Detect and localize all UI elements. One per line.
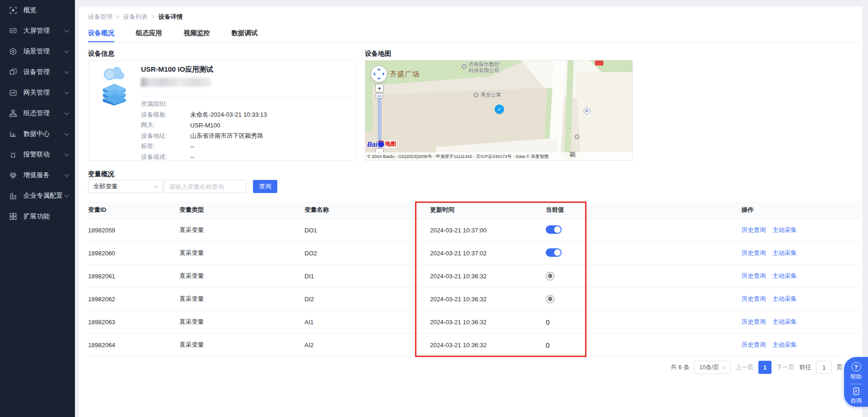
help-button[interactable]: 帮助 [851,373,862,381]
sidebar-item-screen[interactable]: 大屏管理 [0,21,75,41]
var-name: DI2 [304,296,430,303]
page-size-select[interactable]: 10条/页 [694,361,731,374]
tab-device-overview[interactable]: 设备概况 [88,28,114,42]
tab-data-debug[interactable]: 数据调试 [231,28,258,42]
active-collect-link[interactable]: 主动采集 [772,295,797,303]
table-row: 18982061 直采变量 DI1 2024-03-21 10:36:32 历史… [88,265,861,288]
sidebar-item-alarm[interactable]: 报警联动 [0,144,75,165]
variable-type-select[interactable]: 全部变量 [88,180,163,193]
history-query-link[interactable]: 历史查询 [742,341,766,349]
map-pan-control[interactable] [371,66,387,82]
var-id: 18982059 [88,227,179,234]
device-map[interactable]: 济南振华数控 科技有限公司 庆·齐盛广场 美安公寓 ✓ P ↓ 颖 + − Ba… [365,60,633,161]
current-page-button[interactable]: 1 [758,361,772,374]
chevron-down-icon [65,90,69,95]
map-zoom-in-button[interactable]: + [375,84,384,92]
tab-config-app[interactable]: 组态应用 [136,28,162,42]
sidebar-item-label: 设备管理 [23,68,50,76]
baidu-paw-icon [378,141,384,147]
sidebar-item-config[interactable]: 组态管理 [0,103,75,124]
map-poi-ring [575,134,579,139]
breadcrumb: 设备管理 > 设备列表 > 设备详情 [88,13,183,21]
sidebar-item-device[interactable]: 设备管理 [0,62,75,82]
map-label-company: 济南振华数控 科技有限公司 [468,61,499,74]
prev-page-button[interactable]: 上一页 [735,363,754,372]
map-label-street: 颖 [570,150,576,159]
page-jump-input[interactable] [816,361,832,374]
sidebar-item-label: 大屏管理 [23,27,50,35]
breadcrumb-device-management[interactable]: 设备管理 [88,13,112,21]
sidebar-item-scene[interactable]: 场景管理 [0,41,75,62]
map-label-apartment: 美安公寓 [481,92,501,98]
sidebar-item-vas[interactable]: 增值服务 [0,165,75,186]
var-id: 18982064 [88,342,179,349]
sidebar-item-extend[interactable]: 扩展功能 [0,206,75,227]
breadcrumb-device-list[interactable]: 设备列表 [123,13,148,21]
sidebar-item-data-center[interactable]: 数据中心 [0,124,75,144]
device-name: USR-M100 IO应用测试 [141,65,213,74]
sidebar-item-gateway[interactable]: 网关管理 [0,82,75,103]
value-toggle-on[interactable] [546,225,562,234]
history-query-link[interactable]: 历史查询 [742,318,766,326]
sidebar-item-overview[interactable]: 概览 [0,0,75,21]
device-icon [9,68,17,76]
floating-help-panel: ? 帮助 咨询 [844,357,868,407]
divider [850,384,862,384]
chevron-down-icon [65,131,69,136]
query-button[interactable]: 查询 [253,180,277,193]
bar-chart-icon [9,130,17,138]
active-collect-link[interactable]: 主动采集 [772,272,797,280]
chevron-down-icon [154,183,159,188]
map-poi-red [595,60,603,66]
sidebar-item-label: 组态管理 [23,109,50,118]
alarm-icon [9,151,17,159]
var-name: AI1 [304,319,430,326]
consult-button[interactable]: 咨询 [851,397,862,405]
breadcrumb-separator: > [151,14,155,20]
var-updated: 2024-03-21 10:36:32 [430,342,546,349]
sidebar-item-label: 扩展功能 [23,212,50,221]
col-actions: 操作 [742,206,861,214]
help-icon[interactable]: ? [852,362,861,372]
config-icon [9,110,17,118]
history-query-link[interactable]: 历史查询 [742,272,766,280]
value-indicator [546,295,555,304]
grid-icon [9,213,17,221]
sidebar-item-enterprise[interactable]: 企业专属配置 [0,186,75,206]
history-query-link[interactable]: 历史查询 [742,295,766,303]
table-header: 变量ID 变量类型 变量名称 更新时间 当前值 操作 [88,201,861,219]
value-number: 0 [546,341,549,349]
chevron-down-icon [65,111,69,115]
jump-suffix: 页 [837,363,843,372]
col-current-value: 当前值 [546,206,742,214]
divider [141,96,351,97]
value-toggle-on[interactable] [546,248,562,257]
active-collect-link[interactable]: 主动采集 [772,249,797,257]
next-page-button[interactable]: 下一页 [776,363,794,372]
var-type: 直采变量 [179,272,304,280]
device-fields: 所属组织: 设备模板:未命名-2024-03-21 10:33:13 网关:US… [141,99,267,162]
active-collect-link[interactable]: 主动采集 [772,341,797,349]
chevron-down-icon [65,28,69,33]
map-poi-ring [474,93,478,97]
consult-doc-icon[interactable] [852,387,861,395]
device-image [102,64,127,108]
var-updated: 2024-03-21 10:36:32 [430,273,546,280]
badge-icon [9,171,17,179]
tab-bar: 设备概况 组态应用 视频监控 数据调试 [88,28,859,43]
parking-icon: P [584,108,590,114]
variable-search-input[interactable] [164,180,246,193]
device-location-marker[interactable]: ✓ [495,104,504,114]
road-arrow-icon: ↓ [568,124,571,130]
tab-video-monitor[interactable]: 视频监控 [184,28,210,42]
map-zoom-slider-handle[interactable] [376,93,383,98]
baidu-logo: Bai 地图 [367,140,397,148]
col-var-type: 变量类型 [179,206,304,214]
sidebar-item-label: 场景管理 [23,47,50,56]
active-collect-link[interactable]: 主动采集 [772,226,797,234]
sidebar-item-label: 增值服务 [23,171,50,179]
active-collect-link[interactable]: 主动采集 [772,318,797,326]
var-type: 直采变量 [179,341,304,349]
history-query-link[interactable]: 历史查询 [742,226,766,234]
history-query-link[interactable]: 历史查询 [742,249,766,257]
